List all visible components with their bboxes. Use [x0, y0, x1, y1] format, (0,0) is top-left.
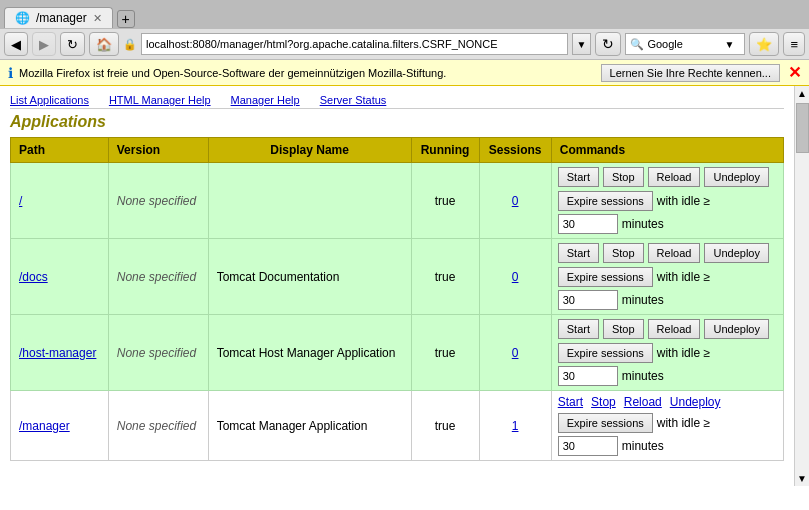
reload-btn-hostmanager[interactable]: Reload	[648, 319, 701, 339]
sessions-link-hostmanager[interactable]: 0	[512, 346, 519, 360]
col-version: Version	[108, 138, 208, 163]
undeploy-btn-docs[interactable]: Undeploy	[704, 243, 768, 263]
scroll-arrow-up[interactable]: ▲	[795, 86, 809, 101]
idle-label-root: with idle ≥	[657, 194, 710, 208]
learn-rights-button[interactable]: Lernen Sie Ihre Rechte kennen...	[601, 64, 780, 82]
commands-hostmanager: Start Stop Reload Undeploy Expire sessio…	[551, 315, 783, 391]
reload-btn-root[interactable]: Reload	[648, 167, 701, 187]
undeploy-btn-hostmanager[interactable]: Undeploy	[704, 319, 768, 339]
idle-label-hostmanager: with idle ≥	[657, 346, 710, 360]
version-manager: None specified	[117, 419, 196, 433]
undeploy-btn-root[interactable]: Undeploy	[704, 167, 768, 187]
running-hostmanager: true	[411, 315, 479, 391]
scroll-arrow-down[interactable]: ▼	[795, 471, 809, 486]
search-icon: 🔍	[630, 38, 644, 51]
display-name-manager: Tomcat Manager Application	[208, 391, 411, 461]
expire-btn-hostmanager[interactable]: Expire sessions	[558, 343, 653, 363]
info-icon: ℹ	[8, 65, 13, 81]
path-link-root[interactable]: /	[19, 194, 22, 208]
new-tab-button[interactable]: +	[117, 10, 135, 28]
table-row: /host-manager None specified Tomcat Host…	[11, 315, 784, 391]
idle-label-docs: with idle ≥	[657, 270, 710, 284]
running-root: true	[411, 163, 479, 239]
undeploy-link-manager[interactable]: Undeploy	[670, 395, 721, 409]
path-link-manager[interactable]: /manager	[19, 419, 70, 433]
cropped-link-1[interactable]: List Applications	[10, 94, 89, 106]
version-root: None specified	[117, 194, 196, 208]
address-dropdown-button[interactable]: ▼	[572, 33, 592, 55]
tab-title: /manager	[36, 11, 87, 25]
running-docs: true	[411, 239, 479, 315]
start-btn-root[interactable]: Start	[558, 167, 599, 187]
col-commands: Commands	[551, 138, 783, 163]
sessions-link-docs[interactable]: 0	[512, 270, 519, 284]
vertical-scrollbar[interactable]: ▲ ▼	[794, 86, 809, 486]
idle-input-manager[interactable]	[558, 436, 618, 456]
idle-label-manager: with idle ≥	[657, 416, 710, 430]
applications-table: Path Version Display Name Running Sessio…	[10, 137, 784, 461]
reload-btn-docs[interactable]: Reload	[648, 243, 701, 263]
reload-button[interactable]: ↻	[60, 32, 85, 56]
start-btn-docs[interactable]: Start	[558, 243, 599, 263]
path-link-hostmanager[interactable]: /host-manager	[19, 346, 96, 360]
version-docs: None specified	[117, 270, 196, 284]
col-display-name: Display Name	[208, 138, 411, 163]
info-bar-close-button[interactable]: ✕	[788, 63, 801, 82]
back-button[interactable]: ◀	[4, 32, 28, 56]
minutes-label-hostmanager: minutes	[622, 369, 664, 383]
scroll-thumb[interactable]	[796, 103, 809, 153]
security-icon: 🔒	[123, 38, 137, 51]
expire-btn-manager[interactable]: Expire sessions	[558, 413, 653, 433]
page-content: List Applications HTML Manager Help Mana…	[0, 86, 794, 486]
stop-btn-hostmanager[interactable]: Stop	[603, 319, 644, 339]
start-btn-hostmanager[interactable]: Start	[558, 319, 599, 339]
commands-root: Start Stop Reload Undeploy Expire sessio…	[551, 163, 783, 239]
sessions-link-root[interactable]: 0	[512, 194, 519, 208]
search-dropdown-button[interactable]: ▼	[720, 33, 738, 55]
forward-button[interactable]: ▶	[32, 32, 56, 56]
tab-icon: 🌐	[15, 11, 30, 25]
stop-btn-docs[interactable]: Stop	[603, 243, 644, 263]
info-text: Mozilla Firefox ist freie und Open-Sourc…	[19, 67, 446, 79]
idle-input-docs[interactable]	[558, 290, 618, 310]
running-manager: true	[411, 391, 479, 461]
display-name-hostmanager: Tomcat Host Manager Application	[208, 315, 411, 391]
address-input[interactable]	[141, 33, 568, 55]
minutes-label-docs: minutes	[622, 293, 664, 307]
minutes-label-root: minutes	[622, 217, 664, 231]
bookmark-button[interactable]: ⭐	[749, 32, 779, 56]
applications-title: Applications	[10, 113, 784, 131]
expire-btn-docs[interactable]: Expire sessions	[558, 267, 653, 287]
table-row-manager: /manager None specified Tomcat Manager A…	[11, 391, 784, 461]
version-hostmanager: None specified	[117, 346, 196, 360]
commands-manager: Start Stop Reload Undeploy Expire sessio…	[551, 391, 783, 461]
active-tab[interactable]: 🌐 /manager ✕	[4, 7, 113, 28]
col-path: Path	[11, 138, 109, 163]
idle-input-hostmanager[interactable]	[558, 366, 618, 386]
display-name-docs: Tomcat Documentation	[208, 239, 411, 315]
menu-button[interactable]: ≡	[783, 32, 805, 56]
search-input[interactable]	[647, 38, 717, 50]
stop-btn-root[interactable]: Stop	[603, 167, 644, 187]
tab-close-icon[interactable]: ✕	[93, 12, 102, 25]
cropped-link-4[interactable]: Server Status	[320, 94, 387, 106]
commands-docs: Start Stop Reload Undeploy Expire sessio…	[551, 239, 783, 315]
start-link-manager[interactable]: Start	[558, 395, 583, 409]
stop-link-manager[interactable]: Stop	[591, 395, 616, 409]
reload-link-manager[interactable]: Reload	[624, 395, 662, 409]
table-row: /docs None specified Tomcat Documentatio…	[11, 239, 784, 315]
idle-input-root[interactable]	[558, 214, 618, 234]
col-running: Running	[411, 138, 479, 163]
sessions-link-manager[interactable]: 1	[512, 419, 519, 433]
cropped-link-3[interactable]: Manager Help	[231, 94, 300, 106]
home-button[interactable]: 🏠	[89, 32, 119, 56]
display-name-root	[208, 163, 411, 239]
table-row: / None specified true 0 Start Stop Reloa…	[11, 163, 784, 239]
minutes-label-manager: minutes	[622, 439, 664, 453]
cropped-link-2[interactable]: HTML Manager Help	[109, 94, 211, 106]
expire-btn-root[interactable]: Expire sessions	[558, 191, 653, 211]
path-link-docs[interactable]: /docs	[19, 270, 48, 284]
go-button[interactable]: ↻	[595, 32, 621, 56]
col-sessions: Sessions	[479, 138, 551, 163]
